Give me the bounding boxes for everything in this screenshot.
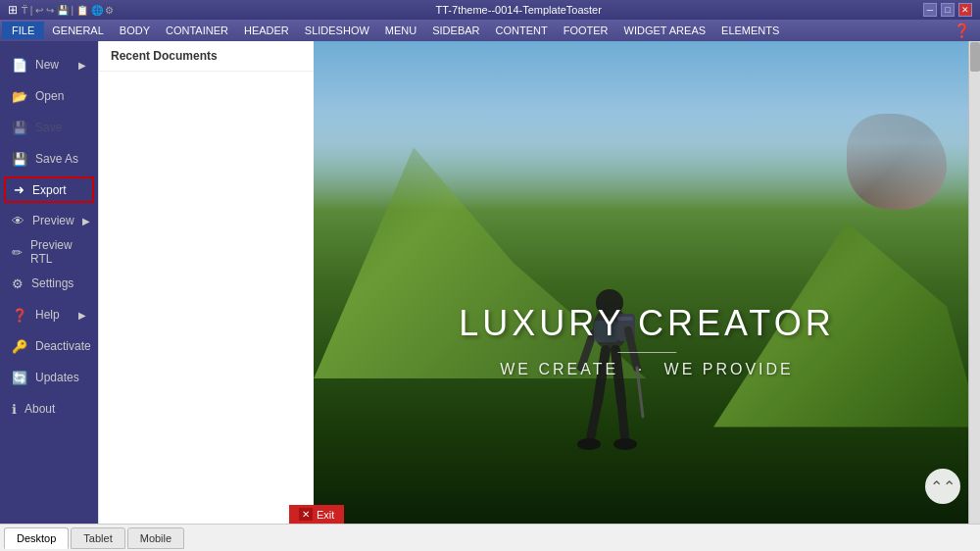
save-icon: 💾 — [12, 121, 27, 135]
sky — [314, 41, 980, 210]
menu-content[interactable]: CONTENT — [488, 22, 556, 39]
file-settings[interactable]: ⚙ Settings — [0, 268, 98, 299]
menu-sidebar[interactable]: SIDEBAR — [424, 22, 487, 39]
file-updates[interactable]: 🔄 Updates — [0, 362, 98, 393]
saveas-icon: 💾 — [12, 152, 27, 167]
file-new[interactable]: 📄 New ▶ — [0, 49, 98, 80]
exit-button[interactable]: ✕ Exit — [289, 505, 344, 524]
hero-subtitle: WE CREATE · WE PROVIDE — [459, 361, 834, 378]
file-open[interactable]: 📂 Open — [0, 80, 98, 112]
close-button[interactable]: ✕ — [958, 3, 972, 17]
bottom-bar: Desktop Tablet Mobile — [0, 524, 980, 551]
file-save: 💾 Save — [0, 112, 98, 143]
title-bar-left: ⊞ T̈ | ↩ ↪ 💾 | 📋 🌐 ⚙ — [8, 3, 114, 17]
menu-bar: FILE GENERAL BODY CONTAINER HEADER SLIDE… — [0, 20, 980, 41]
menu-elements[interactable]: ELEMENTS — [713, 22, 787, 39]
file-deactivate[interactable]: 🔑 Deactivate — [0, 330, 98, 362]
menu-widget-areas[interactable]: WIDGET AREAS — [616, 22, 714, 39]
settings-icon: ⚙ — [12, 276, 24, 291]
new-icon: 📄 — [12, 58, 27, 73]
menu-footer[interactable]: FOOTER — [556, 22, 616, 39]
tab-mobile[interactable]: Mobile — [127, 527, 184, 549]
hero-subtitle-left: WE CREATE — [500, 361, 618, 377]
menu-container[interactable]: CONTAINER — [158, 22, 236, 39]
svg-point-12 — [613, 438, 637, 450]
file-menu-items: 📄 New ▶ 📂 Open 💾 Save 💾 Save As ➜ Export… — [0, 41, 98, 425]
menu-header[interactable]: HEADER — [236, 22, 297, 39]
help-arrow: ▶ — [78, 310, 86, 321]
exit-x-icon: ✕ — [299, 508, 313, 521]
open-icon: 📂 — [12, 89, 27, 104]
exit-label: Exit — [317, 509, 334, 521]
canvas-scrollbar[interactable] — [968, 41, 980, 524]
new-arrow: ▶ — [78, 60, 86, 71]
title-bar: ⊞ T̈ | ↩ ↪ 💾 | 📋 🌐 ⚙ TT-7theme--0014-Tem… — [0, 0, 980, 20]
menu-body[interactable]: BODY — [112, 22, 158, 39]
minimize-button[interactable]: ─ — [923, 3, 937, 17]
recent-panel: Recent Documents — [98, 41, 314, 524]
scrollbar-thumb[interactable] — [970, 42, 980, 72]
menu-menu[interactable]: MENU — [377, 22, 424, 39]
file-save-as[interactable]: 💾 Save As — [0, 143, 98, 175]
file-about[interactable]: ℹ About — [0, 393, 98, 425]
maximize-button[interactable]: □ — [941, 3, 955, 17]
hero-subtitle-right: WE PROVIDE — [664, 361, 794, 377]
help-menu-icon: ❓ — [12, 308, 27, 323]
preview-icon: 👁 — [12, 214, 24, 228]
file-menu-sidebar: 📄 New ▶ 📂 Open 💾 Save 💾 Save As ➜ Export… — [0, 41, 98, 524]
preview-rtl-icon: ✏ — [12, 245, 23, 260]
about-icon: ℹ — [12, 402, 17, 417]
svg-line-10 — [621, 402, 625, 441]
export-icon: ➜ — [14, 182, 24, 197]
file-preview[interactable]: 👁 Preview ▶ — [0, 205, 98, 236]
tab-tablet[interactable]: Tablet — [71, 527, 124, 549]
hero-divider — [617, 352, 676, 353]
hero-dot-separator: · — [638, 361, 645, 377]
svg-line-8 — [590, 402, 598, 441]
svg-point-11 — [577, 438, 601, 450]
updates-icon: 🔄 — [12, 371, 27, 385]
window-title: TT-7theme--0014-TemplateToaster — [436, 4, 602, 16]
tab-desktop[interactable]: Desktop — [4, 527, 69, 549]
hero-text-area: LUXURY CREATOR WE CREATE · WE PROVIDE — [459, 303, 834, 378]
scroll-up-button[interactable]: ⌃⌃ — [925, 469, 960, 504]
menu-file[interactable]: FILE — [2, 22, 44, 39]
title-bar-controls[interactable]: ─ □ ✕ — [923, 3, 972, 17]
hero-title: LUXURY CREATOR — [459, 303, 834, 344]
preview-arrow: ▶ — [82, 216, 90, 226]
deactivate-icon: 🔑 — [12, 339, 27, 354]
menu-slideshow[interactable]: SLIDESHOW — [297, 22, 377, 39]
recent-header: Recent Documents — [99, 41, 314, 72]
canvas-area: LUXURY CREATOR WE CREATE · WE PROVIDE ⌃⌃ — [314, 41, 980, 524]
exit-area: ✕ Exit — [289, 505, 344, 524]
file-preview-rtl[interactable]: ✏ Preview RTL — [0, 236, 98, 268]
help-icon[interactable]: ❓ — [954, 23, 970, 38]
menu-general[interactable]: GENERAL — [44, 22, 112, 39]
file-export[interactable]: ➜ Export — [4, 176, 94, 203]
file-help[interactable]: ❓ Help ▶ — [0, 299, 98, 330]
